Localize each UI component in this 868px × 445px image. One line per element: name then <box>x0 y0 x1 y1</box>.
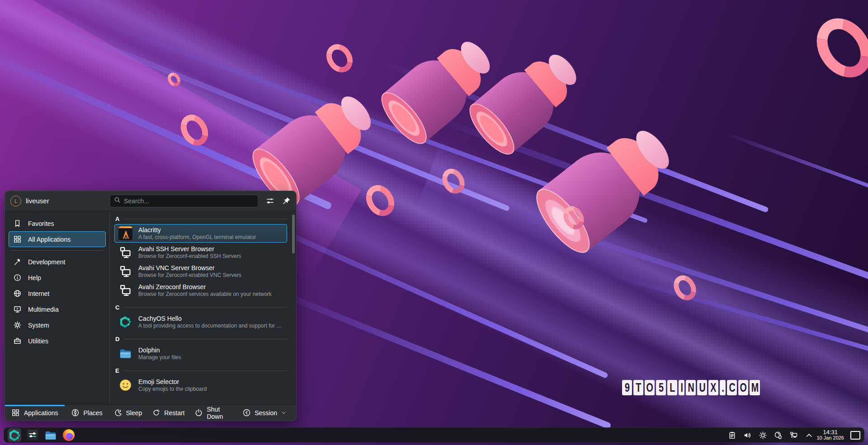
multimedia-icon <box>13 305 22 314</box>
brightness-tray-icon[interactable] <box>758 431 768 440</box>
section-letter: D <box>114 336 119 342</box>
configure-icon[interactable] <box>265 197 274 206</box>
section-divider <box>124 307 287 308</box>
sidebar-item-utilities[interactable]: Utilities <box>9 333 106 349</box>
section-letter: A <box>114 215 119 222</box>
sidebar-item-label: Multimedia <box>28 306 59 313</box>
emoji-icon <box>118 378 133 393</box>
app-row-avahi-vnc-server-browser[interactable]: Avahi VNC Server Browser Browse for Zero… <box>114 262 287 281</box>
watermark-tile: . <box>720 380 726 395</box>
clock-date: 10 Jan 2026 <box>816 436 844 441</box>
sidebar-item-system[interactable]: System <box>9 317 106 333</box>
app-description: Browse for Zeroconf-enabled SSH Servers <box>138 253 241 260</box>
action-label: Restart <box>164 409 184 417</box>
session-button[interactable]: Session <box>237 405 292 421</box>
grid-icon <box>13 235 22 244</box>
section-header-C: C <box>114 302 290 312</box>
watermark-tile: 9 <box>622 380 632 395</box>
application-launcher-menu: L liveuser Search... Favorites All Appli… <box>5 191 297 421</box>
avahi-icon <box>118 283 133 298</box>
launcher-header-icons <box>265 197 291 206</box>
taskbar-firefox[interactable] <box>62 428 75 442</box>
taskbar-app-launcher[interactable] <box>8 428 21 442</box>
app-name: Alacritty <box>138 226 256 234</box>
show-desktop-button[interactable] <box>850 431 860 440</box>
section-divider <box>124 370 287 371</box>
section-header-A: A <box>114 214 290 224</box>
app-row-avahi-zeroconf-browser[interactable]: Avahi Zeroconf Browser Browse for Zeroco… <box>114 281 287 300</box>
app-name: CachyOS Hello <box>138 315 284 323</box>
info-icon <box>13 273 22 282</box>
sidebar-item-development[interactable]: Development <box>9 254 106 270</box>
tab-applications[interactable]: Applications <box>5 405 65 421</box>
volume-tray-icon[interactable] <box>743 431 752 440</box>
user-avatar[interactable]: L <box>10 196 21 206</box>
compass-icon <box>71 408 80 417</box>
tab-label: Applications <box>24 409 58 417</box>
sidebar-item-help[interactable]: Help <box>9 270 106 286</box>
watermark-tile: C <box>727 380 737 395</box>
watermark-tile: X <box>708 380 718 395</box>
grid-icon <box>11 408 20 417</box>
app-row-avahi-ssh-server-browser[interactable]: Avahi SSH Server Browser Browse for Zero… <box>114 243 287 262</box>
taskbar: 14:31 10 Jan 2026 <box>4 427 864 443</box>
sleep-button[interactable]: Sleep <box>109 405 147 421</box>
launcher-sidebar: Favorites All Applications Development H… <box>5 211 110 404</box>
moon-icon <box>114 408 123 417</box>
sidebar-item-label: Development <box>28 258 66 266</box>
section-header-D: D <box>114 334 290 344</box>
app-description: Copy emojis to the clipboard <box>138 386 207 393</box>
devices-tray-icon[interactable] <box>774 431 783 440</box>
sidebar-item-label: System <box>28 322 49 329</box>
shutdown-button[interactable]: Shut Down <box>189 405 237 421</box>
sidebar-separator <box>10 250 104 251</box>
display-tray-icon[interactable] <box>789 431 798 440</box>
watermark-tile: O <box>645 380 655 395</box>
sidebar-item-internet[interactable]: Internet <box>9 286 106 301</box>
watermark-tile: M <box>750 380 760 395</box>
clipboard-tray-icon[interactable] <box>727 431 737 440</box>
wallpaper-ring <box>321 39 358 78</box>
app-description: Manage your files <box>138 354 181 361</box>
taskbar-dolphin[interactable] <box>44 428 57 442</box>
dolphin-icon <box>118 346 133 361</box>
app-row-dolphin[interactable]: Dolphin Manage your files <box>114 344 287 363</box>
restart-button[interactable]: Restart <box>147 405 189 421</box>
sidebar-item-all-applications[interactable]: All Applications <box>9 231 106 247</box>
app-row-emoji-selector[interactable]: Emoji Selector Copy emojis to the clipbo… <box>114 376 287 394</box>
search-input[interactable]: Search... <box>110 195 258 207</box>
launcher-body: Favorites All Applications Development H… <box>5 211 296 404</box>
username: liveuser <box>26 197 110 205</box>
app-row-cachyos-hello[interactable]: CachyOS Hello A tool providing access to… <box>114 313 287 331</box>
watermark-tile: N <box>686 380 696 395</box>
clock[interactable]: 14:31 10 Jan 2026 <box>816 429 844 440</box>
sidebar-item-label: Utilities <box>28 337 48 345</box>
avahi-icon <box>118 245 133 260</box>
launcher-footer: Applications Places Sleep Restart Shut D… <box>5 404 296 421</box>
launcher-app-list: A Alacritty A fast, cross-platform, Open… <box>110 211 296 404</box>
sidebar-item-favorites[interactable]: Favorites <box>9 215 106 231</box>
watermark: 9TO5LINUX.COM <box>622 380 760 395</box>
sidebar-item-multimedia[interactable]: Multimedia <box>9 301 106 317</box>
pin-icon[interactable] <box>282 197 291 206</box>
action-label: Session <box>255 409 277 417</box>
taskbar-system-settings[interactable] <box>26 428 39 442</box>
globe-icon <box>13 289 22 298</box>
search-placeholder: Search... <box>124 197 149 205</box>
tab-places[interactable]: Places <box>65 405 109 421</box>
launcher-header: L liveuser Search... <box>5 191 296 211</box>
clock-time: 14:31 <box>816 429 844 436</box>
app-name: Dolphin <box>138 347 181 354</box>
watermark-tile: O <box>738 380 748 395</box>
toolbox-icon <box>13 337 22 346</box>
section-divider <box>124 219 287 219</box>
scrollbar[interactable] <box>292 215 295 253</box>
taskbar-launchers <box>8 428 75 442</box>
wallpaper-ring <box>806 8 868 88</box>
app-row-alacritty[interactable]: Alacritty A fast, cross-platform, OpenGL… <box>114 224 287 243</box>
tab-label: Places <box>84 409 103 417</box>
sidebar-item-label: Internet <box>28 290 49 297</box>
cachyos-icon <box>118 314 133 330</box>
expand-tray-tray-icon[interactable] <box>804 431 814 440</box>
sidebar-item-label: Favorites <box>28 220 54 227</box>
